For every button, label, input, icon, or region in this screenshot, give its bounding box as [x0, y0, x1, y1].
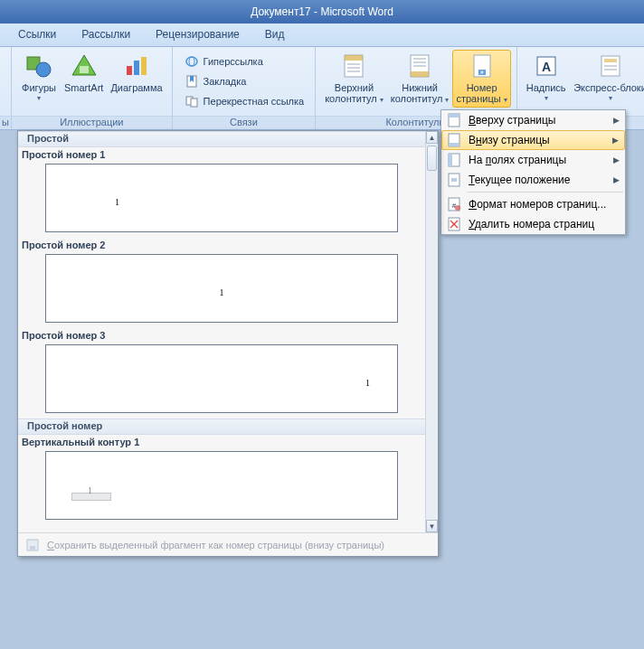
svg-rect-3 — [80, 66, 89, 73]
dropdown-arrow-icon: ▾ — [445, 96, 449, 104]
page-number-menu: Вверху страницы ▶ Внизу страницы ▶ На по… — [440, 109, 626, 235]
save-selection-icon — [24, 537, 42, 553]
bookmark-icon — [184, 74, 200, 89]
svg-rect-4 — [127, 66, 132, 75]
format-icon: # — [445, 196, 463, 212]
tab-review[interactable]: Рецензирование — [143, 24, 252, 46]
gallery-category-simple2: Простой номер — [18, 419, 425, 435]
page-number-icon: # — [468, 52, 497, 80]
gallery-item-3[interactable]: 1 — [45, 344, 398, 413]
title-bar: Документ17 - Microsoft Word — [0, 0, 644, 24]
scroll-thumb[interactable] — [427, 146, 437, 171]
tab-references[interactable]: Ссылки — [5, 24, 69, 46]
svg-rect-12 — [191, 99, 197, 107]
gallery-item-label-4: Вертикальный контур 1 — [18, 435, 425, 449]
dropdown-arrow-icon: ▾ — [609, 93, 612, 104]
shapes-button[interactable]: Фигуры ▾ — [17, 50, 61, 106]
preview-page-number: 1 — [365, 378, 370, 388]
page-bottom-icon — [445, 132, 463, 148]
submenu-arrow-icon: ▶ — [613, 155, 620, 165]
gallery-item-label-3: Простой номер 3 — [18, 328, 425, 343]
menu-current-position[interactable]: Текущее положение ▶ — [441, 170, 625, 190]
menu-top-of-page[interactable]: Вверху страницы ▶ — [441, 110, 625, 130]
gallery-scrollbar[interactable]: ▲ ▼ — [425, 131, 438, 532]
dropdown-arrow-icon: ▾ — [37, 93, 41, 104]
crossref-button[interactable]: Перекрестная ссылка — [182, 91, 307, 111]
svg-rect-47 — [30, 546, 35, 550]
page-number-gallery: Простой Простой номер 1 1 Простой номер … — [17, 130, 439, 557]
tab-mailings[interactable]: Рассылки — [69, 24, 143, 46]
current-position-icon — [445, 172, 463, 188]
svg-rect-5 — [134, 61, 139, 75]
scroll-down-button[interactable]: ▼ — [426, 520, 438, 532]
svg-point-42 — [455, 205, 460, 211]
page-number-button[interactable]: # Номер страницы ▾ — [452, 50, 510, 108]
crossref-icon — [184, 94, 200, 108]
page-top-icon — [445, 112, 463, 128]
svg-rect-37 — [449, 154, 452, 166]
svg-rect-35 — [449, 143, 459, 146]
header-button[interactable]: Верхний колонтитул ▾ — [321, 50, 387, 108]
svg-rect-19 — [411, 71, 429, 77]
preview-page-number: 1 — [220, 287, 224, 297]
gallery-item-label-2: Простой номер 2 — [18, 238, 425, 252]
submenu-arrow-icon: ▶ — [613, 175, 620, 184]
hyperlink-icon — [184, 54, 200, 69]
textbox-button[interactable]: A Надпись ▾ — [523, 50, 570, 106]
menu-bottom-of-page[interactable]: Внизу страницы ▶ — [441, 130, 625, 150]
preview-page-number: 1 — [88, 485, 92, 495]
footer-button[interactable]: Нижний колонтитул ▾ — [387, 50, 453, 108]
gallery-save-selection: Сохранить выделенный фрагмент как номер … — [18, 532, 438, 556]
smartart-icon — [70, 52, 99, 80]
group-illustrations-label: Иллюстрации — [60, 117, 123, 127]
group-headerfooter-label: Колонтитулы — [385, 117, 446, 127]
dropdown-arrow-icon: ▾ — [504, 96, 507, 104]
preview-page-number: 1 — [115, 197, 119, 207]
scroll-up-button[interactable]: ▲ — [426, 131, 438, 144]
remove-icon — [445, 216, 463, 232]
dropdown-arrow-icon: ▾ — [545, 93, 548, 104]
menu-page-margins[interactable]: На полях страницы ▶ — [441, 150, 625, 170]
page-margins-icon — [445, 152, 463, 168]
dropdown-arrow-icon: ▾ — [380, 96, 384, 104]
ribbon-tabs: Ссылки Рассылки Рецензирование Вид — [0, 24, 644, 47]
smartart-button[interactable]: SmartArt — [61, 50, 107, 95]
gallery-item-4[interactable]: 1 — [45, 451, 398, 520]
gallery-item-label-1: Простой номер 1 — [18, 147, 425, 162]
chart-button[interactable]: Диаграмма — [107, 50, 166, 95]
header-icon — [339, 52, 368, 80]
tab-view[interactable]: Вид — [252, 24, 298, 46]
svg-rect-39 — [451, 178, 457, 182]
svg-point-1 — [36, 62, 51, 77]
hyperlink-button[interactable]: Гиперссылка — [182, 52, 307, 71]
bookmark-button[interactable]: Закладка — [182, 71, 307, 91]
gallery-item-1[interactable]: 1 — [45, 164, 398, 232]
svg-rect-6 — [141, 57, 147, 75]
svg-rect-33 — [449, 114, 459, 118]
gallery-footer-label: Сохранить выделенный фрагмент как номер … — [47, 540, 384, 550]
svg-rect-29 — [604, 59, 617, 62]
quickparts-button[interactable]: Экспресс-блоки ▾ — [570, 50, 644, 106]
window-title: Документ17 - Microsoft Word — [251, 5, 393, 18]
quickparts-icon — [596, 52, 625, 80]
svg-text:A: A — [542, 60, 551, 74]
svg-point-8 — [189, 57, 194, 66]
submenu-arrow-icon: ▶ — [613, 116, 620, 125]
menu-format-page-numbers[interactable]: # Формат номеров страниц... — [441, 194, 625, 214]
svg-point-7 — [186, 57, 197, 66]
textbox-icon: A — [532, 52, 561, 80]
group-links-label: Связи — [230, 117, 258, 127]
group-partial: ы — [2, 117, 9, 127]
gallery-item-2[interactable]: 1 — [45, 254, 398, 323]
svg-rect-14 — [345, 55, 363, 61]
menu-remove-page-numbers[interactable]: Удалить номера страниц — [441, 214, 625, 234]
footer-icon — [405, 52, 434, 80]
gallery-category-simple: Простой — [18, 131, 425, 147]
chart-icon — [122, 52, 151, 80]
menu-separator — [467, 192, 623, 193]
submenu-arrow-icon: ▶ — [612, 136, 619, 145]
shapes-icon — [24, 52, 53, 80]
